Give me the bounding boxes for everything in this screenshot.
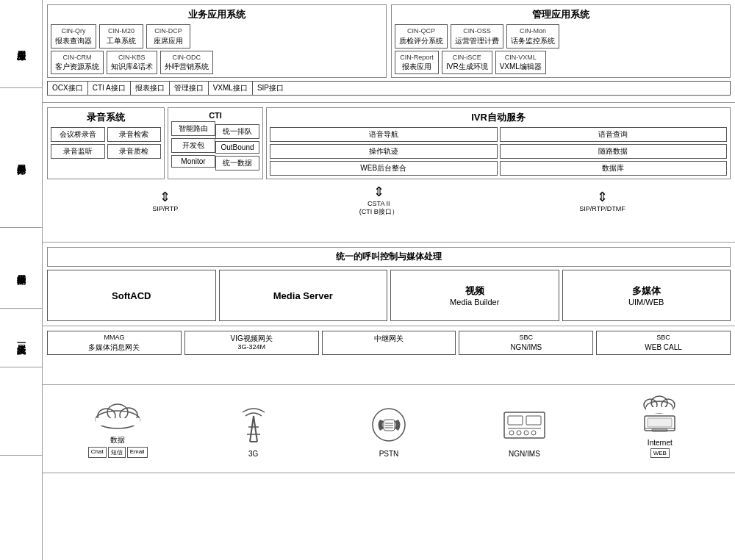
ngn-label: NGN/IMS [509, 450, 540, 458]
box-cin-mon: CIN-Mon 话务监控系统 [506, 24, 559, 49]
arrow-row: ⇕ SIP/RTP ⇕ CSTA II (CTI B接口） ⇕ SIP/RTP/… [47, 179, 731, 221]
ivr-title: IVR自动服务 [270, 111, 727, 124]
box-softacd: SoftACD [47, 270, 216, 321]
sub-web: WEB [650, 448, 670, 458]
uim-web-label: UIM/WEB [566, 298, 728, 306]
internet-sub-items: WEB [650, 448, 670, 458]
multimedia-label: 多媒体 [566, 284, 728, 298]
tower-3g-icon [235, 401, 272, 447]
network-ngn: NGN/IMS [456, 405, 592, 458]
access-sbc-ngn: SBC NGN/IMS [459, 331, 593, 355]
svg-rect-31 [648, 418, 672, 427]
interfaces-bar: OCX接口 CTI A接口 报表接口 管理接口 VXML接口 SIP接口 [47, 81, 731, 96]
laptop-internet-icon [636, 394, 684, 436]
recording-section: 录音系统 会议桥录音 录音检索 录音监听 录音质检 [47, 107, 165, 179]
svg-rect-16 [508, 416, 523, 425]
box-outbound: OutBound [215, 141, 259, 154]
video-label: 视频 [394, 284, 556, 298]
network-pstn: PSTN [321, 405, 456, 458]
access-mmag: MMAG 多媒体消息网关 [47, 331, 182, 355]
cti-section: CTI 智能路由 开发包 Monitor 统一排队 OutBound 统一数据 [168, 107, 263, 179]
internet-label: Internet [648, 439, 673, 447]
middleware-sections: 录音系统 会议桥录音 录音检索 录音监听 录音质检 CTI 智能路由 开发包 M… [47, 107, 731, 179]
pstn-label: PSTN [379, 450, 399, 458]
meitikong-layer: 统一的呼叫控制与媒体处理 SoftACD Media Server 视频 Med… [43, 243, 735, 326]
label-tongyijie: 统一接入层 [0, 309, 42, 367]
yingyeye-layer: 业务应用系统 CIN-Qry 报表查询器 CIN-M20 工单系统 CIN-DC… [43, 0, 735, 103]
access-sbc-web: SBC WEB CALL [596, 331, 731, 355]
sub-chat: Chat [88, 447, 107, 458]
box-lyzhi: 录音质检 [107, 144, 162, 159]
network-data: 数据 Chat 短信 Email [50, 398, 185, 458]
iface-vxml: VXML接口 [209, 82, 253, 95]
data-label: 数据 [110, 435, 125, 445]
ivr-grid: 语音导航 语音查询 操作轨迹 随路数据 WEB后台整合 数据库 [270, 127, 727, 176]
box-kaifabao: 开发包 [171, 138, 215, 153]
tongyijie-layer: MMAG 多媒体消息网关 VIG视频网关 3G-324M 中继网关 SBC NG… [43, 326, 735, 385]
box-web-houtai: WEB后台整合 [270, 161, 498, 176]
box-tongyi-data: 统一数据 [215, 156, 259, 170]
box-cin-report: CIN-Report 报表应用 [395, 51, 439, 75]
iface-guanli: 管理接口 [170, 82, 209, 95]
arrow-sip-rtp: ⇕ SIP/RTP [152, 189, 178, 212]
box-cin-odc: CIN-ODC 外呼营销系统 [160, 51, 213, 75]
cti-title: CTI [171, 111, 259, 120]
box-cin-kbs: CIN-KBS 知识库&话术 [107, 51, 157, 75]
arrow-csta2: ⇕ CSTA II (CTI B接口） [359, 184, 398, 217]
box-cin-isce: CIN-iSCE IVR生成环境 [442, 51, 492, 75]
3g-label: 3G [248, 450, 258, 458]
phone-pstn-icon [369, 405, 409, 447]
svg-rect-27 [646, 407, 673, 413]
data-sub-items: Chat 短信 Email [88, 447, 148, 458]
svg-rect-4 [96, 418, 140, 426]
svg-point-20 [517, 431, 521, 435]
box-lyjiance: 录音检索 [107, 127, 162, 142]
svg-point-19 [509, 431, 514, 435]
box-caozuo-guiji: 操作轨迹 [270, 144, 498, 159]
box-cin-crm: CIN-CRM 客户资源系统 [51, 51, 104, 75]
box-cin-oss: CIN-OSS 运营管理计费 [451, 24, 503, 49]
box-yuyin-chaxun: 语音查询 [500, 127, 728, 142]
box-cin-qry: CIN-Qry 报表查询器 [51, 24, 96, 49]
mgmt-system-title: 管理应用系统 [395, 8, 727, 21]
network-3g: 3G [185, 401, 320, 458]
iface-baobiao: 报表接口 [131, 82, 170, 95]
recording-grid: 会议桥录音 录音检索 录音监听 录音质检 [51, 127, 161, 159]
media-builder-label: Media Builder [394, 298, 556, 306]
access-grid: MMAG 多媒体消息网关 VIG视频网关 3G-324M 中继网关 SBC NG… [47, 331, 731, 355]
box-suilu-shuju: 随路数据 [500, 144, 728, 159]
svg-line-6 [254, 416, 257, 442]
ivr-section: IVR自动服务 语音导航 语音查询 操作轨迹 随路数据 WEB后台整合 数据库 [266, 107, 731, 179]
access-relay: 中继网关 [322, 331, 456, 355]
fuwuzhong-layer: 录音系统 会议桥录音 录音检索 录音监听 录音质检 CTI 智能路由 开发包 M… [43, 103, 735, 243]
layer-labels: 应用业务层 服务中间件层 媒体控制层 统一接入层 [0, 0, 43, 560]
svg-point-21 [524, 431, 528, 435]
cloud-data-icon [92, 398, 143, 432]
network-row: 数据 Chat 短信 Email [47, 390, 731, 461]
box-huiyi: 会议桥录音 [51, 127, 105, 142]
mgmt-system-section: 管理应用系统 CIN-QCP 质检评分系统 CIN-OSS 运营管理计费 CIN… [391, 4, 731, 78]
box-cin-dcp: CIN-DCP 座席应用 [146, 24, 190, 49]
label-network [0, 367, 42, 456]
box-monitor: Monitor [171, 155, 215, 168]
box-media-server: Media Server [219, 270, 388, 321]
sub-sms: 短信 [108, 447, 126, 458]
svg-point-2 [107, 404, 128, 420]
box-yuyin-daohang: 语音导航 [270, 127, 498, 142]
svg-rect-17 [526, 416, 541, 425]
sip-rtp-dtmf-label: SIP/RTP/DTMF [579, 205, 625, 212]
csta2-label: CSTA II (CTI B接口） [359, 200, 398, 217]
media-control-row: SoftACD Media Server 视频 Media Builder 多媒… [47, 270, 731, 321]
box-cin-qcp: CIN-QCP 质检评分系统 [395, 24, 448, 49]
box-shujuku: 数据库 [500, 161, 728, 176]
cti-right-col: 统一排队 OutBound 统一数据 [215, 124, 259, 170]
sip-rtp-label: SIP/RTP [152, 205, 178, 212]
media-server-label: Media Server [223, 290, 384, 301]
main-container: 应用业务层 服务中间件层 媒体控制层 统一接入层 业务应用系统 CIN-Qry … [0, 0, 735, 560]
softacd-label: SoftACD [51, 290, 212, 301]
label-fuwuzhong: 服务中间件层 [0, 88, 42, 228]
box-multimedia-uim: 多媒体 UIM/WEB [562, 270, 731, 321]
biz-system-section: 业务应用系统 CIN-Qry 报表查询器 CIN-M20 工单系统 CIN-DC… [47, 4, 387, 78]
access-vig: VIG视频网关 3G-324M [184, 331, 319, 355]
iface-ocx: OCX接口 [48, 82, 88, 95]
